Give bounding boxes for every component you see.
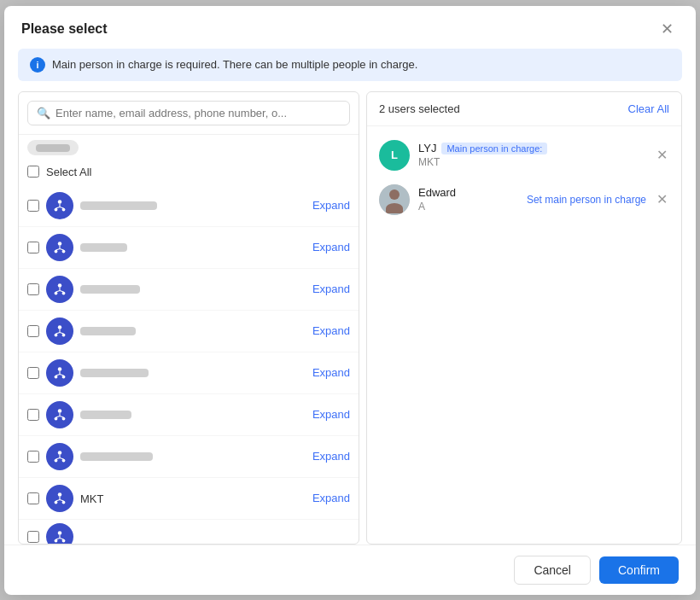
list-item: Expand [19,269,359,311]
svg-line-22 [56,332,61,334]
selected-name: LYJ [418,142,436,154]
org-icon [46,523,73,544]
select-all-checkbox[interactable] [27,166,39,178]
expand-button[interactable]: Expand [312,366,350,379]
list-item: MKT Expand [19,478,359,520]
expand-button[interactable]: Expand [312,492,350,504]
svg-line-41 [60,457,64,459]
org-icon [46,443,73,470]
org-icon [46,359,73,387]
right-panel: 2 users selected Clear All L LYJ Main pe… [366,91,682,545]
remove-button[interactable]: ✕ [655,189,669,209]
expand-button[interactable]: Expand [312,408,350,421]
selected-list: L LYJ Main person in charge: MKT ✕ [367,126,681,544]
item-name: MKT [80,492,103,505]
avatar [379,184,410,215]
search-icon: 🔍 [37,107,50,119]
svg-line-10 [56,248,61,250]
item-checkbox[interactable] [27,200,39,212]
confirm-button[interactable]: Confirm [599,556,679,584]
item-label [80,243,306,252]
clear-all-button[interactable]: Clear All [628,102,669,115]
modal-header: Please select ✕ [4,6,696,49]
list-item: Expand [19,227,359,269]
item-checkbox[interactable] [27,409,39,421]
item-label: MKT [80,491,306,506]
select-all-row: Select All [19,160,359,185]
expand-button[interactable]: Expand [312,450,350,463]
selected-item: Edward A Set main person in charge ✕ [367,178,681,222]
item-label [80,285,306,294]
svg-line-16 [56,290,61,292]
list-item: Expand [19,185,359,227]
expand-button[interactable]: Expand [312,199,350,212]
svg-point-30 [58,409,62,413]
svg-line-46 [56,499,61,501]
set-main-person-button[interactable]: Set main person in charge [527,194,646,206]
item-checkbox[interactable] [27,451,39,463]
close-button[interactable]: ✕ [656,20,679,38]
remove-button[interactable]: ✕ [655,145,669,165]
selected-name-row: LYJ Main person in charge: [418,142,646,154]
svg-line-5 [60,207,64,208]
item-label [80,369,306,377]
svg-point-14 [62,291,66,294]
search-input-wrap: 🔍 [27,101,350,125]
org-icon [46,401,73,428]
item-checkbox[interactable] [27,283,39,295]
expand-button[interactable]: Expand [312,283,350,295]
item-label [80,327,306,335]
selected-count: 2 users selected [379,102,460,115]
expand-button[interactable]: Expand [312,241,350,253]
svg-line-23 [60,332,64,334]
left-panel: 🔍 Select All [18,91,359,545]
info-banner: i Main person in charge is required. The… [18,49,682,81]
svg-line-52 [56,538,61,539]
svg-point-7 [55,249,58,253]
selected-info: LYJ Main person in charge: MKT [418,142,646,168]
svg-point-48 [58,531,62,535]
svg-line-53 [60,538,64,539]
svg-point-24 [58,367,62,371]
svg-point-6 [58,242,62,246]
modal-footer: Cancel Confirm [4,545,696,595]
item-label [80,411,306,419]
item-checkbox[interactable] [27,242,39,253]
svg-line-4 [56,207,61,208]
item-checkbox[interactable] [27,492,39,504]
svg-line-28 [56,374,61,376]
selected-sub: A [418,201,518,213]
filter-tag [27,140,79,155]
svg-point-44 [62,500,66,504]
info-icon: i [30,57,45,73]
cancel-button[interactable]: Cancel [514,556,591,585]
item-label [80,201,306,210]
expand-button[interactable]: Expand [312,324,350,337]
svg-point-2 [62,207,66,211]
item-label [80,452,306,461]
list-item: Expand [19,436,359,478]
svg-point-38 [62,458,66,462]
svg-point-32 [62,417,66,420]
org-icon [46,234,73,261]
svg-line-17 [60,290,64,292]
item-checkbox[interactable] [27,531,39,543]
svg-point-19 [55,333,58,336]
svg-point-12 [58,283,62,288]
svg-point-43 [55,500,58,504]
svg-point-1 [55,207,58,211]
list-item [19,520,359,544]
search-input[interactable] [55,107,341,119]
selected-name-row: Edward [418,186,518,199]
svg-point-36 [58,451,62,455]
list-item: Expand [19,352,359,394]
svg-point-31 [55,417,58,420]
svg-line-11 [60,248,64,250]
list-item: Expand [19,311,359,352]
svg-line-34 [56,416,61,417]
svg-point-25 [55,375,58,378]
item-checkbox[interactable] [27,367,39,379]
modal-title: Please select [21,21,108,37]
main-person-badge: Main person in charge: [441,143,547,154]
item-checkbox[interactable] [27,325,39,337]
